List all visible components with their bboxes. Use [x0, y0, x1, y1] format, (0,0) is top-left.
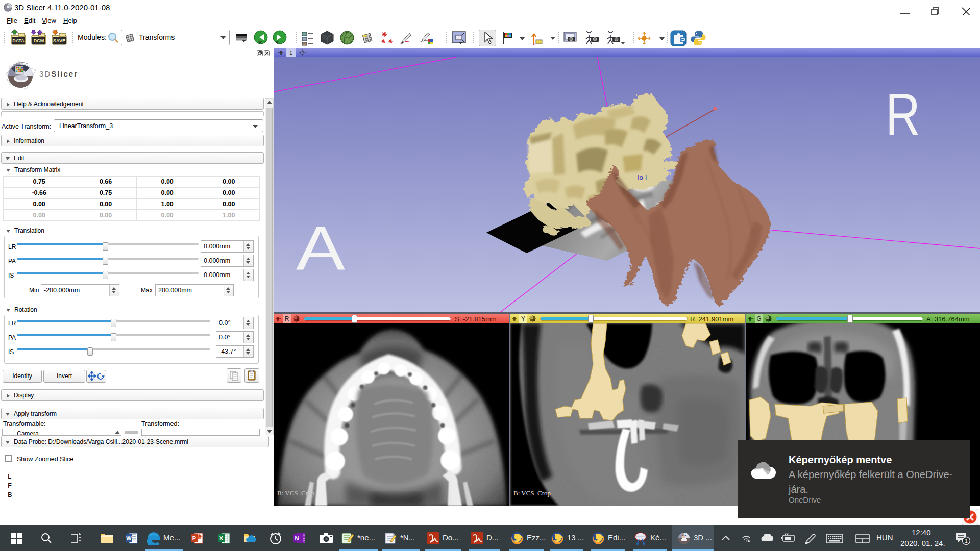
- svg-text:R: R: [886, 82, 920, 147]
- svg-text:X: X: [219, 535, 224, 541]
- svg-text:N: N: [295, 535, 299, 541]
- svg-text:Io-l: Io-l: [638, 173, 647, 181]
- svg-text:1: 1: [289, 49, 292, 56]
- svg-text:B: VCS_Crop: B: VCS_Crop: [513, 489, 551, 497]
- svg-text:E: E: [680, 35, 685, 44]
- svg-text:A: A: [296, 214, 346, 283]
- svg-text:P: P: [192, 535, 196, 541]
- svg-text:DCM: DCM: [34, 38, 44, 43]
- svg-text:DATA: DATA: [12, 38, 24, 43]
- svg-text:W: W: [126, 535, 132, 541]
- svg-text:B: VCS_Crop: B: VCS_Crop: [277, 489, 314, 497]
- svg-text:SAVE: SAVE: [53, 38, 65, 43]
- svg-text:1: 1: [965, 538, 968, 544]
